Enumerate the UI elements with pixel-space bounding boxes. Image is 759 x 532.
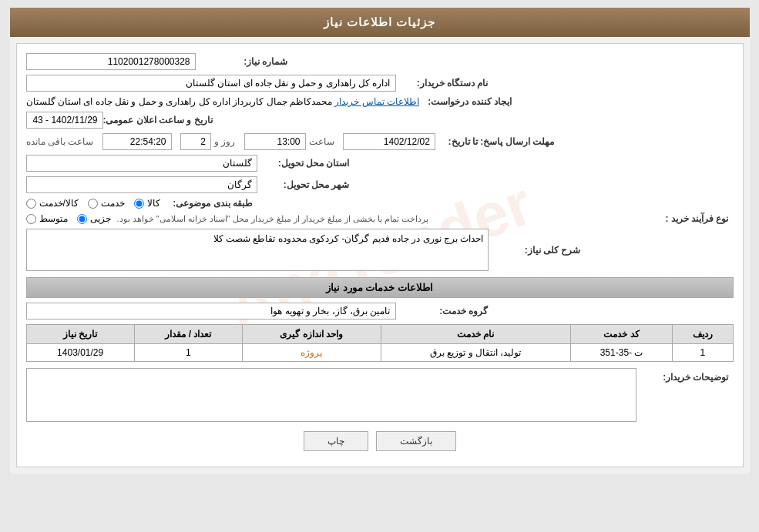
response-date-input[interactable] <box>343 133 435 150</box>
col-header-date: تاریخ نیاز <box>26 325 134 344</box>
purchase-jozei-label: جزیی <box>90 213 111 224</box>
back-button[interactable]: بازگشت <box>376 431 456 451</box>
col-header-row-num: ردیف <box>673 325 733 344</box>
purchase-type-label: نوع فرآیند خرید : <box>636 213 729 224</box>
services-section-title: اطلاعات خدمات مورد نیاز <box>326 282 433 293</box>
need-desc-textarea[interactable] <box>26 229 489 271</box>
category-khedmat-radio[interactable] <box>88 199 98 209</box>
response-remaining-input[interactable] <box>102 133 172 150</box>
province-input[interactable] <box>26 155 257 172</box>
service-group-label: گروه خدمت: <box>396 306 489 316</box>
cell-service-name: تولید، انتقال و توزیع برق <box>381 344 570 362</box>
category-radio-group: کالا/خدمت خدمت کالا <box>26 198 160 209</box>
category-label: طبقه بندی موضوعی: <box>160 198 253 209</box>
service-group-input[interactable] <box>26 303 396 320</box>
col-header-quantity: تعداد / مقدار <box>134 325 242 344</box>
buyer-desc-textarea[interactable] <box>26 368 636 422</box>
city-row: شهر محل تحویل: <box>26 176 734 193</box>
announce-datetime-row: تاریخ و ساعت اعلان عمومی: <box>26 112 734 129</box>
category-kala-khedmat-radio[interactable] <box>26 199 36 209</box>
col-header-service-name: نام خدمت <box>381 325 570 344</box>
need-desc-row: شرح کلی نیاز: <box>26 229 734 271</box>
response-days-input[interactable] <box>180 133 211 150</box>
category-kala-radio[interactable] <box>134 199 144 209</box>
category-row: طبقه بندی موضوعی: کالا/خدمت خدمت کالا <box>26 198 734 209</box>
response-deadline-row: مهلت ارسال پاسخ: تا تاریخ: ساعت روز و سا… <box>26 133 734 150</box>
response-days-label: روز و <box>214 136 235 147</box>
purchase-type-row: نوع فرآیند خرید : متوسط جزیی پرداخت تمام… <box>26 213 734 224</box>
province-row: استان محل تحویل: <box>26 155 734 172</box>
city-label: شهر محل تحویل: <box>257 179 350 190</box>
response-time-input[interactable] <box>244 133 306 150</box>
need-number-input[interactable] <box>26 53 196 70</box>
city-input[interactable] <box>26 176 257 193</box>
province-label: استان محل تحویل: <box>257 158 350 169</box>
services-table: ردیف کد خدمت نام خدمت واحد اندازه گیری ت <box>26 324 734 362</box>
buyer-desc-label: توضیحات خریدار: <box>636 368 729 383</box>
col-header-service-code: کد خدمت <box>570 325 672 344</box>
response-deadline-label: مهلت ارسال پاسخ: تا تاریخ: <box>438 136 554 147</box>
cell-date: 1403/01/29 <box>26 344 134 362</box>
purchase-motavasset-label: متوسط <box>39 213 68 224</box>
print-button[interactable]: چاپ <box>304 431 368 451</box>
creator-row: ایجاد کننده درخواست: اطلاعات تماس خریدار… <box>26 96 734 107</box>
need-number-label: شماره نیاز: <box>196 56 288 67</box>
services-section-header: اطلاعات خدمات مورد نیاز <box>26 277 734 298</box>
need-desc-label: شرح کلی نیاز: <box>489 245 581 256</box>
category-kala-label: کالا <box>147 198 160 209</box>
buyer-desc-row: توضیحات خریدار: <box>26 368 734 422</box>
creator-label: ایجاد کننده درخواست: <box>419 96 512 107</box>
category-kala-khedmat-item[interactable]: کالا/خدمت <box>26 198 79 209</box>
creator-link[interactable]: اطلاعات تماس خریدار <box>334 96 419 107</box>
purchase-motavasset-radio[interactable] <box>26 214 36 224</box>
buyer-org-label: نام دستگاه خریدار: <box>396 78 489 89</box>
purchase-motavasset-item[interactable]: متوسط <box>26 213 68 224</box>
col-header-unit: واحد اندازه گیری <box>242 325 381 344</box>
page-header: جزئیات اطلاعات نیاز <box>10 8 750 37</box>
cell-service-code: ت -35-351 <box>570 344 672 362</box>
cell-unit-text: پروژه <box>301 347 322 358</box>
announce-datetime-input[interactable] <box>26 112 103 129</box>
bottom-buttons: بازگشت چاپ <box>26 431 734 457</box>
response-remaining-label: ساعت باقی مانده <box>26 136 94 147</box>
category-khedmat-label: خدمت <box>101 198 125 209</box>
category-kala-item[interactable]: کالا <box>134 198 160 209</box>
purchase-jozei-item[interactable]: جزیی <box>77 213 111 224</box>
purchase-desc-text: پرداخت تمام یا بخشی از مبلغ خریدار از مب… <box>117 214 429 224</box>
purchase-jozei-radio[interactable] <box>77 214 87 224</box>
creator-name: محمدکاظم جمال کاربرداز اداره کل راهداری … <box>26 96 332 107</box>
category-kala-khedmat-label: کالا/خدمت <box>39 198 79 209</box>
need-number-row: شماره نیاز: <box>26 53 734 70</box>
cell-quantity: 1 <box>134 344 242 362</box>
table-row: 1 ت -35-351 تولید، انتقال و توزیع برق پر… <box>26 344 733 362</box>
purchase-type-radio-group: متوسط جزیی <box>26 213 111 224</box>
cell-row-num: 1 <box>673 344 733 362</box>
announce-datetime-label: تاریخ و ساعت اعلان عمومی: <box>103 115 213 125</box>
category-khedmat-item[interactable]: خدمت <box>88 198 125 209</box>
buyer-org-input[interactable] <box>26 75 396 92</box>
response-time-label: ساعت <box>309 136 334 147</box>
page-title: جزئیات اطلاعات نیاز <box>324 15 435 28</box>
buyer-org-row: نام دستگاه خریدار: <box>26 75 734 92</box>
service-group-row: گروه خدمت: <box>26 303 734 320</box>
cell-unit: پروژه <box>242 344 381 362</box>
